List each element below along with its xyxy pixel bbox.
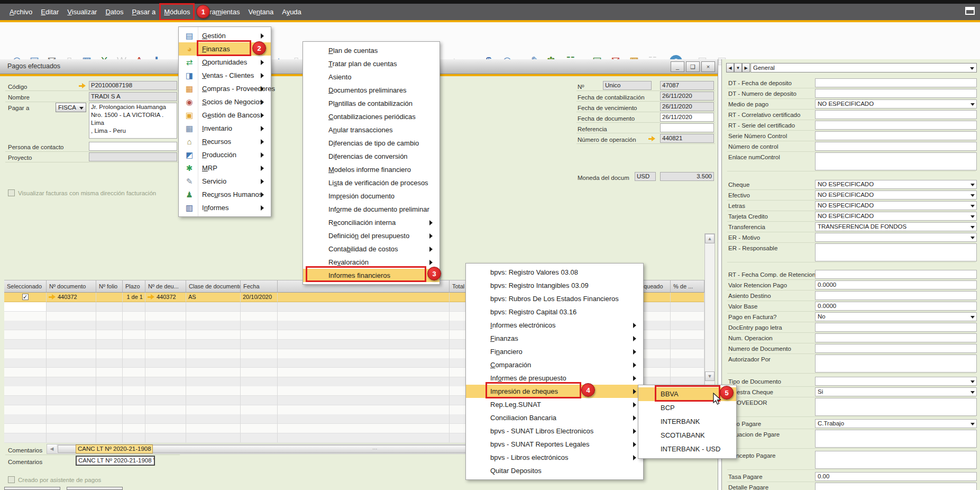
menu-item-scotiabank[interactable]: SCOTIABANK (638, 429, 736, 442)
menu-item-lista-de-verificacion-de-procesos[interactable]: Lista de verificación de procesos (303, 176, 439, 189)
table-cell[interactable] (47, 377, 96, 387)
menu-item-financiero[interactable]: Financiero (466, 345, 643, 358)
panel-field-concepto-pagare[interactable] (815, 451, 977, 469)
menu-item-inventario[interactable]: Inventario▦ (179, 122, 271, 135)
menu-item-gestion-de-bancos[interactable]: Gestión de Bancos▣ (179, 108, 271, 122)
table-cell[interactable] (145, 312, 186, 321)
moneda-rate-field[interactable]: 3.500 (660, 172, 714, 181)
table-cell[interactable] (96, 349, 123, 359)
table-cell[interactable] (47, 405, 96, 415)
table-cell[interactable] (4, 302, 47, 312)
column-header-Fecha[interactable]: Fecha (241, 280, 278, 293)
menu-item-produccion[interactable]: Producción◩ (179, 148, 271, 161)
menu-item-anular-transacciones[interactable]: Anular transacciones (303, 123, 439, 137)
panel-field-valor-retencion-pago[interactable]: 0.0000 (815, 280, 977, 289)
table-cell[interactable] (241, 302, 278, 312)
table-cell[interactable] (123, 386, 145, 396)
table-cell[interactable] (96, 433, 123, 443)
menu-item-bpvs:-registro-intangibles-03.09[interactable]: bpvs: Registro Intangibles 03.09 (466, 279, 643, 292)
fecha-vencimiento-field[interactable]: 26/11/2020 (660, 102, 714, 111)
table-cell[interactable] (96, 340, 123, 349)
table-cell[interactable] (96, 424, 123, 433)
panel-field-autorizador-por[interactable] (815, 355, 977, 373)
panel-field-muestra-cheque[interactable]: Si (815, 387, 977, 396)
table-cell[interactable] (186, 321, 241, 330)
table-cell[interactable] (47, 349, 96, 359)
menu-item-finanzas[interactable]: Finanzas (466, 332, 643, 345)
table-cell[interactable] (145, 405, 186, 415)
table-cell[interactable] (186, 358, 241, 368)
table-cell[interactable] (4, 330, 47, 340)
table-cell[interactable] (278, 386, 450, 396)
table-cell[interactable] (145, 386, 186, 396)
panel-field-docentry-pago-letra[interactable] (815, 323, 977, 332)
menu-item-oportunidades[interactable]: Oportunidades⇄ (179, 56, 271, 69)
table-cell[interactable] (4, 321, 47, 330)
numero-tipo-field[interactable]: Unico (603, 81, 652, 90)
table-cell[interactable] (96, 302, 123, 312)
menu-item-asiento[interactable]: Asiento (303, 70, 439, 84)
table-cell[interactable] (123, 368, 145, 377)
table-cell[interactable] (671, 358, 704, 368)
menu-item-comparacion[interactable]: Comparación (466, 358, 643, 371)
panel-field-transferencia[interactable]: TRANSFERENCIA DE FONDOS (815, 222, 977, 231)
panel-field-asiento-destino[interactable] (815, 291, 977, 300)
numero-operacion-link-arrow[interactable] (648, 136, 656, 142)
table-cell[interactable] (4, 433, 47, 443)
table-cell[interactable] (186, 386, 241, 396)
table-cell[interactable] (96, 377, 123, 387)
table-cell[interactable] (186, 396, 241, 405)
table-cell[interactable] (241, 424, 278, 433)
panel-field-proveedor[interactable] (815, 398, 977, 416)
table-cell[interactable] (96, 358, 123, 368)
table-cell[interactable] (47, 386, 96, 396)
table-cell[interactable] (123, 349, 145, 359)
table-cell[interactable] (241, 377, 278, 387)
panel-field-numero-de-control[interactable] (815, 142, 977, 151)
panel-field-efectivo[interactable]: NO ESPECIFICADO (815, 190, 977, 199)
table-cell[interactable] (278, 396, 450, 405)
table-cell[interactable] (123, 302, 145, 312)
table-cell[interactable] (186, 405, 241, 415)
table-cell[interactable] (278, 293, 450, 302)
table-cell[interactable] (47, 396, 96, 405)
table-cell[interactable] (278, 377, 450, 387)
menu-item-plan-de-cuentas[interactable]: Plan de cuentas (303, 44, 439, 57)
table-cell[interactable] (671, 312, 704, 321)
table-cell[interactable] (145, 396, 186, 405)
menu-item-conciliacion-bancaria[interactable]: Conciliacion Bancaria (466, 411, 643, 424)
menu-item-plantillas-de-contabilizacion[interactable]: Plantillas de contabilización (303, 97, 439, 110)
panel-category-menu-button[interactable]: ▼ (734, 63, 742, 72)
menu-item-socios-de-negocios[interactable]: Socios de Negocios◉ (179, 95, 271, 108)
menu-item-quitar-depositos[interactable]: Quitar Depositos (466, 464, 643, 477)
numero-operacion-field[interactable]: 440821 (660, 134, 714, 143)
table-cell[interactable] (241, 396, 278, 405)
table-cell[interactable] (241, 433, 278, 443)
column-header-Nº folio[interactable]: Nº folio (96, 280, 123, 293)
column-header-Clase de documento[interactable]: Clase de documento (186, 280, 241, 293)
contacto-field[interactable] (89, 142, 177, 151)
menu-item-ventas---clientes[interactable]: Ventas - Clientes◨ (179, 69, 271, 82)
table-cell[interactable] (186, 330, 241, 340)
menu-item-modelos-informe-financiero[interactable]: Modelos informe financiero (303, 163, 439, 176)
table-cell[interactable] (671, 321, 704, 330)
table-cell[interactable] (96, 368, 123, 377)
table-cell[interactable] (4, 396, 47, 405)
table-cell[interactable] (4, 424, 47, 433)
table-cell[interactable] (123, 330, 145, 340)
table-cell[interactable] (123, 414, 145, 424)
menu-item-compras---proveedores[interactable]: Compras - Proveedores▦ (179, 82, 271, 95)
menubar-item-ayuda[interactable]: Ayuda (278, 4, 306, 20)
table-cell[interactable] (671, 349, 704, 359)
fecha-contabilizacion-field[interactable]: 26/11/2020 (660, 92, 714, 101)
table-cell[interactable] (278, 349, 450, 359)
table-cell[interactable] (278, 405, 450, 415)
table-cell[interactable] (241, 312, 278, 321)
menu-item-informe-de-documento-preliminar[interactable]: Informe de documento preliminar (303, 203, 439, 216)
table-cell[interactable]: 440372 (145, 293, 186, 302)
menu-item-interbank[interactable]: INTERBANK (638, 415, 736, 429)
table-cell[interactable]: 440372 (47, 293, 96, 302)
table-cell[interactable] (186, 424, 241, 433)
menu-item-diferencias-de-conversion[interactable]: Diferencias de conversión (303, 150, 439, 163)
column-header-Nº de deu...[interactable]: Nº de deu... (145, 280, 186, 293)
